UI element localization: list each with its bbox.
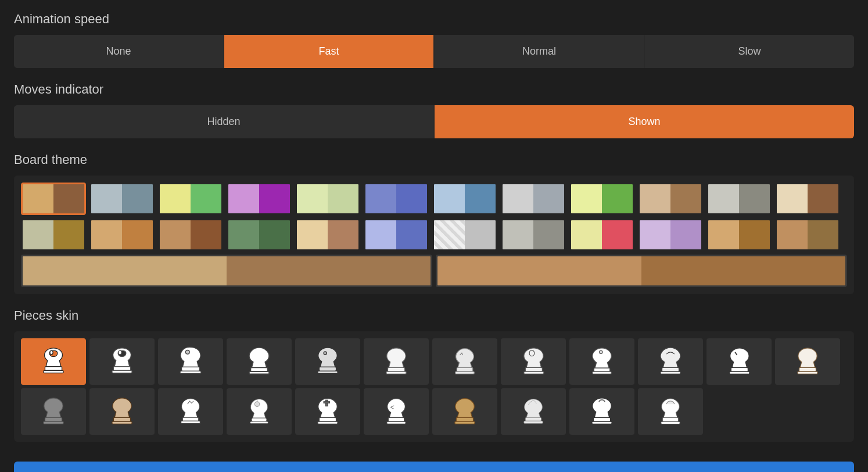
- skin-item-5[interactable]: [364, 338, 429, 385]
- theme-wide-0[interactable]: [21, 255, 432, 287]
- theme-swatch-8[interactable]: [569, 183, 634, 215]
- moves-indicator-label: Moves indicator: [14, 82, 854, 97]
- theme-swatch-1[interactable]: [89, 183, 155, 215]
- animation-speed-fast[interactable]: Fast: [224, 35, 433, 68]
- animation-speed-group: None Fast Normal Slow: [14, 35, 854, 68]
- skin-item-20[interactable]: [569, 388, 634, 435]
- svg-rect-17: [455, 371, 475, 374]
- svg-rect-9: [250, 367, 267, 371]
- svg-rect-36: [181, 421, 200, 423]
- theme-swatch-6[interactable]: [432, 183, 497, 215]
- skin-item-14[interactable]: [158, 388, 223, 435]
- animation-speed-label: Animation speed: [14, 12, 854, 27]
- pieces-skin-label: Pieces skin: [14, 308, 854, 323]
- svg-rect-52: [593, 417, 610, 421]
- svg-rect-34: [112, 421, 132, 424]
- svg-rect-54: [662, 417, 678, 421]
- theme-swatch-0[interactable]: [21, 183, 86, 215]
- theme-swatch-21[interactable]: [638, 219, 703, 251]
- skin-item-7[interactable]: [501, 338, 566, 385]
- theme-swatch-5[interactable]: [364, 183, 429, 215]
- svg-rect-46: [387, 421, 406, 424]
- svg-rect-11: [319, 367, 336, 371]
- board-theme-section: Board theme: [14, 152, 854, 294]
- theme-swatch-18[interactable]: [432, 219, 497, 251]
- theme-swatch-16[interactable]: [295, 219, 360, 251]
- skin-item-18[interactable]: [432, 388, 497, 435]
- skin-item-6[interactable]: [432, 338, 497, 385]
- moves-indicator-shown[interactable]: Shown: [435, 105, 854, 138]
- svg-rect-37: [252, 418, 267, 421]
- svg-rect-33: [113, 417, 130, 421]
- svg-rect-38: [250, 421, 268, 423]
- skin-item-4[interactable]: [295, 338, 360, 385]
- theme-swatch-2[interactable]: [158, 183, 223, 215]
- theme-swatch-13[interactable]: [89, 219, 155, 251]
- skin-item-9[interactable]: [638, 338, 703, 385]
- skin-item-1[interactable]: [89, 338, 155, 385]
- animation-speed-none[interactable]: None: [14, 35, 223, 68]
- skin-item-17[interactable]: <: [364, 388, 429, 435]
- svg-point-2: [50, 351, 53, 355]
- skin-item-13[interactable]: [89, 388, 155, 435]
- svg-point-13: [324, 352, 327, 355]
- svg-rect-25: [661, 371, 680, 374]
- moves-indicator-hidden[interactable]: Hidden: [14, 105, 433, 138]
- skin-item-21[interactable]: [638, 388, 703, 435]
- theme-swatch-11[interactable]: [775, 183, 840, 215]
- moves-indicator-group: Hidden Shown: [14, 105, 854, 138]
- board-theme-label: Board theme: [14, 152, 854, 167]
- animation-speed-section: Animation speed None Fast Normal Slow: [14, 12, 854, 68]
- save-button[interactable]: SAVE: [14, 462, 854, 472]
- svg-rect-42: [318, 421, 338, 424]
- skin-item-12[interactable]: [21, 388, 86, 435]
- skin-item-10[interactable]: [706, 338, 772, 385]
- theme-wide-1[interactable]: [436, 255, 847, 287]
- svg-rect-55: [661, 421, 680, 424]
- svg-rect-10: [249, 371, 269, 374]
- theme-swatch-22[interactable]: [706, 219, 772, 251]
- board-theme-container: [14, 176, 854, 294]
- svg-point-8: [185, 350, 189, 354]
- svg-rect-26: [731, 367, 748, 371]
- theme-swatch-23[interactable]: [775, 219, 840, 251]
- svg-rect-3: [113, 367, 130, 371]
- pieces-skin-grid: <: [14, 331, 854, 442]
- skin-item-8[interactable]: [569, 338, 634, 385]
- skin-item-16[interactable]: [295, 388, 360, 435]
- svg-rect-49: [455, 421, 475, 424]
- animation-speed-slow[interactable]: Slow: [645, 35, 854, 68]
- animation-speed-normal[interactable]: Normal: [435, 35, 644, 68]
- skin-item-3[interactable]: [227, 338, 292, 385]
- svg-rect-12: [318, 371, 338, 373]
- theme-swatch-9[interactable]: [638, 183, 703, 215]
- svg-rect-32: [44, 421, 63, 424]
- skin-item-19[interactable]: [501, 388, 566, 435]
- theme-swatch-12[interactable]: [21, 219, 86, 251]
- svg-rect-41: [319, 417, 336, 421]
- svg-rect-30: [798, 371, 817, 374]
- skin-item-15[interactable]: [227, 388, 292, 435]
- svg-rect-51: [524, 421, 543, 423]
- svg-rect-0: [45, 367, 62, 371]
- svg-rect-44: [324, 402, 329, 403]
- theme-swatch-15[interactable]: [227, 219, 292, 251]
- theme-swatch-3[interactable]: [227, 183, 292, 215]
- theme-swatch-7[interactable]: [501, 183, 566, 215]
- svg-point-39: [254, 402, 260, 407]
- theme-swatch-17[interactable]: [364, 219, 429, 251]
- skin-item-0[interactable]: [21, 338, 86, 385]
- skin-item-2[interactable]: [158, 338, 223, 385]
- svg-rect-53: [592, 421, 612, 424]
- svg-rect-19: [524, 371, 544, 374]
- theme-swatch-10[interactable]: [706, 183, 772, 215]
- svg-rect-6: [182, 367, 200, 371]
- svg-rect-18: [525, 367, 542, 371]
- svg-text:<: <: [390, 403, 394, 412]
- svg-point-5: [119, 351, 121, 355]
- theme-swatch-19[interactable]: [501, 219, 566, 251]
- theme-swatch-4[interactable]: [295, 183, 360, 215]
- theme-swatch-14[interactable]: [158, 219, 223, 251]
- skin-item-11[interactable]: [775, 338, 840, 385]
- theme-swatch-20[interactable]: [569, 219, 634, 251]
